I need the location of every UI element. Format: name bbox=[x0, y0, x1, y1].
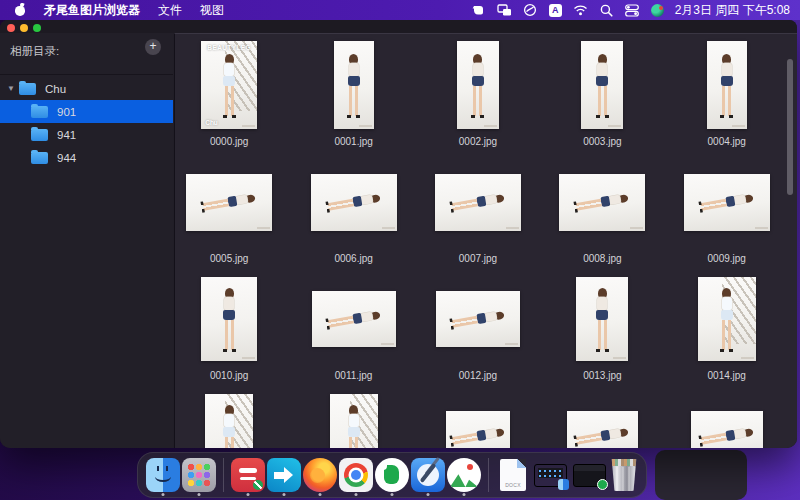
photo-thumbnail[interactable] bbox=[312, 291, 396, 347]
photo-thumbnail[interactable] bbox=[186, 174, 272, 231]
dock-item-expressvpn[interactable] bbox=[231, 452, 265, 498]
input-source-icon[interactable]: A bbox=[549, 4, 562, 17]
scrollbar-thumb[interactable] bbox=[787, 59, 793, 195]
thumbnail-pane: BEAUTYLEGChu0000.jpg0001.jpg0002.jpg0003… bbox=[174, 33, 797, 448]
vpn-icon[interactable] bbox=[523, 3, 538, 18]
dock-item-arrow-app[interactable] bbox=[267, 452, 301, 498]
figure-silhouette bbox=[700, 192, 754, 211]
dock-item-minimized-window-evernote[interactable] bbox=[571, 452, 608, 498]
zoom-button[interactable] bbox=[33, 24, 41, 32]
photo-thumbnail[interactable]: BEAUTYLEGChu bbox=[201, 41, 257, 129]
dock-item-chrome[interactable] bbox=[339, 452, 373, 498]
photo-filename: 0006.jpg bbox=[334, 253, 372, 264]
spotlight-icon[interactable] bbox=[599, 3, 614, 18]
photo-thumbnail[interactable] bbox=[457, 41, 499, 129]
dock-item-xcode[interactable] bbox=[411, 452, 445, 498]
chevron-down-icon[interactable]: ▼ bbox=[7, 84, 19, 93]
ftop-shape bbox=[360, 312, 372, 322]
photo-thumbnail[interactable] bbox=[576, 277, 628, 361]
figure-silhouette bbox=[223, 405, 235, 448]
photo-thumbnail[interactable] bbox=[330, 394, 378, 448]
photo-thumbnail[interactable] bbox=[559, 174, 645, 231]
thumb-zone bbox=[576, 273, 628, 365]
menu-item-2[interactable]: 视图 bbox=[200, 0, 224, 20]
add-album-button[interactable]: + bbox=[145, 39, 161, 55]
figure-silhouette bbox=[202, 192, 256, 211]
photo-thumbnail[interactable] bbox=[446, 411, 510, 448]
wifi-icon[interactable] bbox=[573, 3, 588, 18]
menu-item-1[interactable]: 文件 bbox=[158, 0, 182, 20]
photo-thumbnail[interactable] bbox=[684, 174, 770, 231]
thumb-zone bbox=[311, 156, 397, 248]
thumbnail-overlay-subtitle: Chu bbox=[205, 119, 218, 126]
status-app-icon[interactable] bbox=[651, 4, 664, 17]
photo-thumbnail[interactable] bbox=[334, 41, 374, 129]
menu-item-0[interactable]: 矛尾鱼图片浏览器 bbox=[44, 0, 140, 20]
evernote-icon bbox=[375, 458, 409, 492]
photo-cell: 0010.jpg bbox=[167, 273, 291, 390]
evernote-icon[interactable] bbox=[471, 3, 486, 18]
photo-thumbnail[interactable] bbox=[201, 277, 257, 361]
thumb-zone bbox=[334, 39, 374, 131]
dock-divider bbox=[488, 458, 489, 492]
figure-silhouette bbox=[327, 309, 381, 328]
close-button[interactable] bbox=[7, 24, 15, 32]
photo-cell: 0011.jpg bbox=[291, 273, 415, 390]
skirt-shape bbox=[223, 310, 235, 320]
screen-mirroring-icon[interactable] bbox=[497, 3, 512, 18]
photo-thumbnail[interactable] bbox=[435, 174, 521, 231]
photo-cell: 0001.jpg bbox=[291, 39, 415, 156]
photo-thumbnail[interactable] bbox=[581, 41, 623, 129]
running-indicator bbox=[463, 493, 466, 496]
photo-thumbnail[interactable] bbox=[436, 291, 520, 347]
dock-item-trash[interactable] bbox=[610, 452, 638, 498]
photo-thumbnail[interactable] bbox=[311, 174, 397, 231]
thumbnail-grid: BEAUTYLEGChu0000.jpg0001.jpg0002.jpg0003… bbox=[167, 34, 789, 448]
thumb-zone bbox=[457, 39, 499, 131]
dock-item-image-viewer[interactable] bbox=[447, 452, 481, 498]
title-bar[interactable] bbox=[0, 20, 797, 33]
dock-item-finder[interactable] bbox=[146, 452, 180, 498]
sidebar-item-Chu[interactable]: ▼Chu bbox=[0, 77, 173, 100]
photo-filename: 0004.jpg bbox=[708, 136, 746, 147]
running-indicator bbox=[319, 493, 322, 496]
ftop-shape bbox=[349, 63, 359, 76]
apple-menu-icon[interactable] bbox=[14, 4, 26, 16]
photo-thumbnail[interactable] bbox=[567, 411, 638, 448]
legs-shape bbox=[722, 320, 731, 350]
photo-cell: 0009.jpg bbox=[665, 156, 789, 273]
menu-bar: 矛尾鱼图片浏览器文件视图 A 2月3日 周四 下午5:08 bbox=[0, 0, 800, 20]
figure-silhouette bbox=[721, 54, 733, 116]
dock-divider bbox=[223, 458, 224, 492]
photo-thumbnail[interactable] bbox=[205, 394, 253, 448]
photo-cell: 0005.jpg bbox=[167, 156, 291, 273]
photo-cell: 0012.jpg bbox=[416, 273, 540, 390]
sidebar-item-901[interactable]: 901 bbox=[0, 100, 173, 123]
folder-label: 901 bbox=[57, 106, 76, 118]
dock-item-firefox[interactable] bbox=[303, 452, 337, 498]
legs-shape bbox=[203, 198, 229, 210]
skirt-shape bbox=[223, 427, 235, 437]
legs-shape bbox=[700, 432, 726, 444]
dock-item-evernote[interactable] bbox=[375, 452, 409, 498]
photo-filename: 0013.jpg bbox=[583, 370, 621, 381]
dock-item-docx-file[interactable]: DOCX bbox=[496, 452, 530, 498]
folder-label: 944 bbox=[57, 152, 76, 164]
photo-thumbnail[interactable] bbox=[698, 277, 756, 361]
legs-shape bbox=[700, 198, 726, 210]
figure-silhouette bbox=[451, 426, 505, 445]
photo-cell: 0018.jpg bbox=[540, 390, 664, 448]
photo-thumbnail[interactable] bbox=[691, 411, 763, 448]
menu-bar-clock[interactable]: 2月3日 周四 下午5:08 bbox=[675, 2, 790, 19]
thumb-zone: BEAUTYLEGChu bbox=[201, 39, 257, 131]
photo-thumbnail[interactable] bbox=[707, 41, 747, 129]
sidebar-item-944[interactable]: 944 bbox=[0, 146, 173, 169]
dock-item-launchpad[interactable] bbox=[182, 452, 216, 498]
arrow-app-icon bbox=[267, 458, 301, 492]
dock-item-minimized-window-terminal[interactable] bbox=[532, 452, 569, 498]
sidebar-item-941[interactable]: 941 bbox=[0, 123, 173, 146]
thumb-zone bbox=[567, 390, 638, 448]
minimize-button[interactable] bbox=[20, 24, 28, 32]
ftop-shape bbox=[224, 63, 234, 76]
control-center-icon[interactable] bbox=[625, 3, 640, 18]
